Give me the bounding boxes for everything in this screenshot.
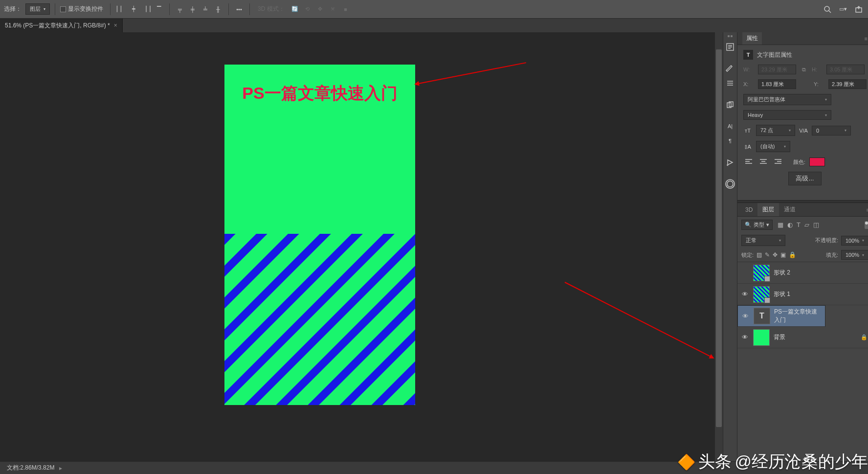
align-right-icon[interactable] — [773, 157, 783, 167]
fill-label: 填充: — [826, 251, 838, 259]
font-weight-select[interactable]: Heavy▾ — [743, 110, 831, 120]
svg-line-1 — [829, 11, 831, 13]
canvas-text-layer[interactable]: PS一篇文章快速入门 — [242, 82, 397, 105]
swatches-panel-icon[interactable] — [723, 76, 737, 90]
visibility-toggle[interactable]: 👁 — [741, 313, 750, 320]
fill-select[interactable]: 100%▾ — [841, 250, 868, 260]
svg-point-0 — [824, 6, 829, 11]
visibility-toggle[interactable]: 👁 — [740, 334, 749, 341]
mode-3d-label: 3D 模式： — [258, 5, 285, 13]
link-wh-icon[interactable]: ⧉ — [802, 67, 806, 73]
opacity-select[interactable]: 100%▾ — [841, 236, 868, 246]
font-size-select[interactable]: 72 点▾ — [756, 125, 795, 136]
filter-pixel-icon[interactable]: ▦ — [778, 221, 783, 228]
select-label: 选择： — [4, 5, 22, 13]
doc-size-label[interactable]: 文档:2.86M/3.82M — [7, 464, 54, 472]
character-panel-icon[interactable]: A| — [723, 119, 737, 133]
color-label: 颜色: — [793, 158, 805, 166]
canvas-area[interactable]: PS一篇文章快速入门 — [0, 32, 723, 461]
lock-pixels-icon[interactable]: ✎ — [765, 251, 770, 258]
layer-thumbnail[interactable] — [753, 265, 770, 281]
x-input[interactable] — [758, 79, 796, 89]
layer-row-text[interactable]: 👁 T PS一篇文章快速入门 — [737, 305, 825, 327]
distribute-vcenter-icon[interactable]: ╪ — [187, 4, 198, 15]
layers-panel-menu-icon[interactable]: ≡ — [867, 207, 868, 213]
properties-tab[interactable]: 属性 — [742, 32, 762, 45]
font-size-icon: тT — [743, 126, 752, 135]
canvas[interactable]: PS一篇文章快速入门 — [224, 65, 415, 405]
panel-menu-icon[interactable]: ≡ — [865, 36, 868, 42]
layer-row-background[interactable]: 👁 背景 🔒 — [737, 327, 868, 348]
filter-shape-icon[interactable]: ▱ — [804, 221, 809, 228]
lock-position-icon[interactable]: ✥ — [773, 251, 778, 258]
layer-row-shape1[interactable]: 👁 形状 1 — [737, 284, 868, 305]
annotation-arrow-1 — [416, 62, 526, 85]
clone-source-panel-icon[interactable] — [723, 98, 737, 112]
lock-transparent-icon[interactable]: ▨ — [757, 251, 762, 258]
layer-row-shape2[interactable]: 👁 形状 2 — [737, 262, 868, 284]
libraries-panel-icon[interactable] — [723, 177, 737, 191]
actions-panel-icon[interactable] — [723, 156, 737, 169]
text-layer-type-icon: T — [743, 50, 753, 60]
search-icon[interactable] — [822, 4, 833, 15]
tab-3d[interactable]: 3D — [740, 204, 757, 216]
visibility-toggle[interactable]: 👁 — [740, 269, 749, 276]
distribute-top-icon[interactable]: ╤ — [175, 4, 185, 15]
status-expand-icon[interactable]: ▸ — [59, 465, 62, 472]
scrollbar-thumb[interactable] — [716, 49, 722, 427]
distribute-bottom-icon[interactable]: ╧ — [200, 4, 211, 15]
align-top-edges-icon[interactable]: ▔ — [154, 4, 164, 15]
close-tab-icon[interactable]: × — [114, 22, 117, 29]
advanced-button[interactable]: 高级... — [788, 172, 821, 185]
align-left-icon[interactable] — [743, 157, 754, 167]
tab-channels[interactable]: 通道 — [779, 203, 801, 216]
vertical-scrollbar[interactable] — [715, 32, 723, 461]
align-right-edges-icon[interactable]: ▕▕ — [141, 4, 152, 15]
align-left-edges-icon[interactable]: ▏▏ — [115, 4, 126, 15]
document-tab[interactable]: 51.6% (PS一篇文章快速入门, RGB/8#) * × — [0, 19, 123, 32]
lock-artboard-icon[interactable]: ▣ — [780, 251, 786, 258]
options-bar: 选择： 图层 ▾ 显示变换控件 ▏▏ ┿ ▕▕ ▔ ╤ ╪ ╧ ╫ ••• 3D… — [0, 0, 868, 19]
distribute-hcenter-icon[interactable]: ╫ — [213, 4, 223, 15]
canvas-shape-stripes — [224, 234, 415, 405]
tab-layers[interactable]: 图层 — [757, 203, 779, 216]
layer-thumbnail[interactable] — [753, 329, 770, 346]
filter-adjustment-icon[interactable]: ◐ — [787, 221, 793, 228]
blend-mode-select[interactable]: 正常▾ — [741, 235, 785, 246]
tracking-select[interactable]: 0▾ — [812, 126, 851, 135]
document-tab-bar: 51.6% (PS一篇文章快速入门, RGB/8#) * × — [0, 19, 868, 32]
show-transform-label: 显示变换控件 — [68, 5, 103, 13]
properties-panel-body: T 文字图层属性 W: ⧉ H: X: Y: — [737, 45, 868, 200]
slide-3d-icon: ⤧ — [328, 4, 338, 15]
properties-panel-header: 属性 ≡ — [737, 32, 868, 45]
history-panel-icon[interactable] — [723, 40, 737, 54]
share-icon[interactable] — [853, 4, 864, 15]
width-input — [758, 65, 796, 74]
align-horizontal-centers-icon[interactable]: ┿ — [128, 4, 139, 15]
text-color-swatch[interactable] — [809, 158, 825, 166]
y-input[interactable] — [828, 79, 867, 89]
leading-select[interactable]: (自动)▾ — [756, 141, 790, 152]
document-tab-title: 51.6% (PS一篇文章快速入门, RGB/8#) * — [5, 22, 110, 30]
layers-filter-row: 🔍类型▾ ▦ ◐ T ▱ ◫ — [737, 217, 868, 233]
filter-type-select[interactable]: 🔍类型▾ — [741, 220, 773, 230]
filter-toggle[interactable] — [865, 221, 868, 229]
visibility-toggle[interactable]: 👁 — [740, 291, 749, 298]
leading-icon: ‡A — [743, 142, 752, 151]
workspace-icon[interactable]: ▭▾ — [838, 4, 848, 15]
lock-all-icon[interactable]: 🔒 — [789, 251, 796, 258]
align-center-icon[interactable] — [758, 157, 769, 167]
dock-grip-icon[interactable] — [724, 35, 736, 37]
paragraph-panel-icon[interactable]: ¶ — [723, 134, 737, 148]
layers-panel-tabs: 3D 图层 通道 ≡ — [737, 203, 868, 217]
show-transform-checkbox[interactable] — [60, 6, 66, 12]
layer-thumbnail[interactable]: T — [754, 308, 770, 324]
more-options-icon[interactable]: ••• — [234, 4, 245, 15]
filter-type-icon[interactable]: T — [797, 221, 801, 228]
target-layer-dropdown[interactable]: 图层 ▾ — [25, 3, 50, 15]
brush-panel-icon[interactable] — [723, 62, 737, 75]
layer-thumbnail[interactable] — [753, 286, 770, 303]
font-family-select[interactable]: 阿里巴巴普惠体▾ — [743, 94, 831, 105]
svg-rect-4 — [224, 234, 415, 405]
filter-smart-icon[interactable]: ◫ — [813, 221, 819, 228]
